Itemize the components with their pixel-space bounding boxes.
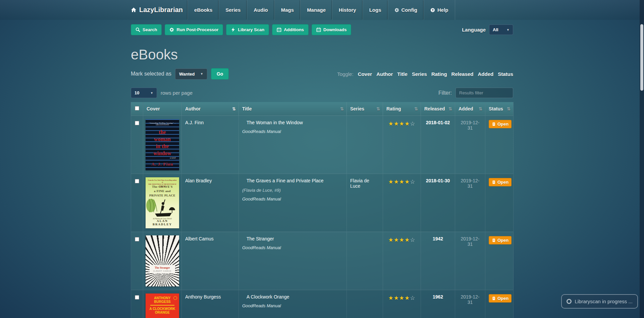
- go-button[interactable]: Go: [211, 68, 229, 80]
- mark-selected-label: Mark selected as: [131, 71, 171, 77]
- filter-input[interactable]: [455, 88, 513, 98]
- book-cover[interactable]: The Stranger ALBERT CAMUS: [146, 235, 179, 286]
- title-link[interactable]: The Stranger: [247, 236, 274, 241]
- title-link[interactable]: A Clockwork Orange: [247, 294, 289, 300]
- column-header-title[interactable]: Title⇅: [239, 102, 347, 116]
- row-select-cell: [131, 116, 143, 174]
- additions-button[interactable]: Additions: [272, 24, 309, 35]
- sort-icon: ⇅: [414, 106, 418, 111]
- cover-illustration: [146, 198, 179, 218]
- brand-label: LazyLibrarian: [139, 6, 183, 14]
- library-scan-button[interactable]: Library Scan: [226, 24, 269, 35]
- cover-cell: The Stranger ALBERT CAMUS: [143, 232, 182, 290]
- column-header-author[interactable]: Author⇅: [182, 102, 239, 116]
- status-cell: Open: [485, 232, 514, 290]
- author-cell: Albert Camus: [182, 232, 239, 290]
- author-link[interactable]: Alan Bradley: [185, 178, 212, 183]
- select-all-header[interactable]: [131, 102, 143, 116]
- released-date: 1942: [421, 232, 455, 290]
- run-post-processor-button[interactable]: Run Post-Processor: [165, 24, 223, 35]
- nav-item-config[interactable]: Config: [388, 0, 424, 20]
- toggle-title[interactable]: Title: [397, 71, 408, 77]
- downloads-button[interactable]: Downloads: [312, 24, 351, 35]
- brand-logo[interactable]: LazyLibrarian: [131, 0, 183, 20]
- series-cell: [347, 290, 383, 318]
- nav-item-ebooks[interactable]: eBooks: [187, 0, 219, 20]
- author-link[interactable]: Albert Camus: [185, 236, 214, 241]
- publisher-logo-icon: [173, 296, 177, 300]
- nav-item-help[interactable]: Help: [424, 0, 455, 20]
- column-header-cover[interactable]: Cover: [143, 102, 182, 116]
- chevron-down-icon: ▼: [200, 72, 203, 76]
- column-header-series[interactable]: Series⇅: [347, 102, 383, 116]
- column-header-released[interactable]: Released⇅: [421, 102, 455, 116]
- chevron-down-icon: ▼: [150, 91, 153, 95]
- spinner-icon: [567, 299, 572, 304]
- calendar-plus-icon: [277, 27, 281, 32]
- home-icon: [131, 7, 137, 13]
- book-icon: [492, 180, 496, 184]
- book-icon: [492, 238, 496, 242]
- title-link[interactable]: The Graves a Fine and Private Place: [247, 178, 324, 183]
- nav-item-manage[interactable]: Manage: [300, 0, 332, 20]
- toggle-rating[interactable]: Rating: [431, 71, 447, 77]
- table-row: The Stranger ALBERT CAMUS Albert Camus T…: [131, 232, 514, 290]
- toggle-released[interactable]: Released: [451, 71, 474, 77]
- nav-item-history[interactable]: History: [332, 0, 363, 20]
- title-link[interactable]: The Woman in the Window: [247, 120, 303, 125]
- search-icon: [136, 27, 140, 32]
- open-button[interactable]: Open: [489, 294, 512, 303]
- table-header-row: CoverAuthor⇅Title⇅Series⇅Rating⇅Released…: [131, 102, 514, 116]
- open-button[interactable]: Open: [489, 178, 512, 186]
- toggle-author[interactable]: Author: [376, 71, 393, 77]
- toggle-series[interactable]: Series: [412, 71, 427, 77]
- row-checkbox[interactable]: [135, 295, 139, 300]
- author-cell: A.J. Finn: [182, 116, 239, 174]
- book-cover[interactable]: ANTHONY BURGESS A CLOCKWORK ORANGE: [146, 293, 179, 318]
- nav-item-audio[interactable]: Audio: [247, 0, 274, 20]
- toast-text: Libraryscan in progress ...: [575, 299, 633, 304]
- nav-item-logs[interactable]: Logs: [363, 0, 388, 20]
- language-label: Language: [462, 27, 486, 33]
- language-select[interactable]: All ▼: [489, 25, 513, 35]
- series-cell: [347, 232, 383, 290]
- book-cover[interactable]: From the New York Times bestselling auth…: [146, 177, 179, 228]
- sort-icon: ⇅: [376, 106, 380, 111]
- nav-item-mags[interactable]: Mags: [274, 0, 300, 20]
- title-cell: A Clockwork Orange GoodReads Manual: [239, 290, 347, 318]
- search-button[interactable]: Search: [131, 24, 162, 35]
- source-label: GoodReads Manual: [242, 196, 343, 201]
- row-checkbox[interactable]: [135, 237, 139, 241]
- table-row: From the New York Times bestselling auth…: [131, 174, 514, 232]
- author-link[interactable]: A.J. Finn: [185, 120, 204, 125]
- released-date: 2018-01-02: [421, 116, 455, 174]
- table-row: ANTHONY BURGESS A CLOCKWORK ORANGE Antho…: [131, 290, 514, 318]
- added-date: 2019-12-31: [455, 116, 485, 174]
- toolbar-row: Search Run Post-Processor Library Scan A…: [131, 24, 513, 35]
- page-scrollbar[interactable]: [640, 0, 644, 318]
- scrollbar-thumb[interactable]: [640, 24, 643, 91]
- author-link[interactable]: Anthony Burgess: [185, 294, 221, 300]
- column-header-added[interactable]: Added⇅: [455, 102, 485, 116]
- nav-item-series[interactable]: Series: [219, 0, 247, 20]
- help-icon: [430, 8, 435, 12]
- toggle-status[interactable]: Status: [498, 71, 513, 77]
- column-header-rating[interactable]: Rating⇅: [383, 102, 421, 116]
- toggle-added[interactable]: Added: [478, 71, 493, 77]
- open-button[interactable]: Open: [489, 236, 512, 244]
- select-all-checkbox[interactable]: [135, 106, 139, 110]
- column-header-status[interactable]: Status⇅: [485, 102, 514, 116]
- column-toggle-box: Toggle: CoverAuthorTitleSeriesRatingRele…: [337, 71, 513, 77]
- open-button[interactable]: Open: [489, 120, 512, 128]
- toggle-cover[interactable]: Cover: [358, 71, 372, 77]
- row-checkbox[interactable]: [135, 179, 139, 183]
- row-checkbox[interactable]: [135, 121, 139, 125]
- row-select-cell: [131, 290, 143, 318]
- series-link[interactable]: Flavia de Luce: [350, 178, 369, 189]
- sort-icon: ⇅: [479, 106, 482, 111]
- rows-per-page-select[interactable]: 10 ▼: [131, 88, 157, 98]
- book-cover[interactable]: "Astounding. Thrilling. Amazing." —GILLI…: [146, 119, 179, 170]
- mark-status-select[interactable]: Wanted ▼: [175, 69, 207, 80]
- mark-row: Mark selected as Wanted ▼ Go Toggle: Cov…: [131, 68, 513, 80]
- chevron-down-icon: ▼: [506, 28, 509, 32]
